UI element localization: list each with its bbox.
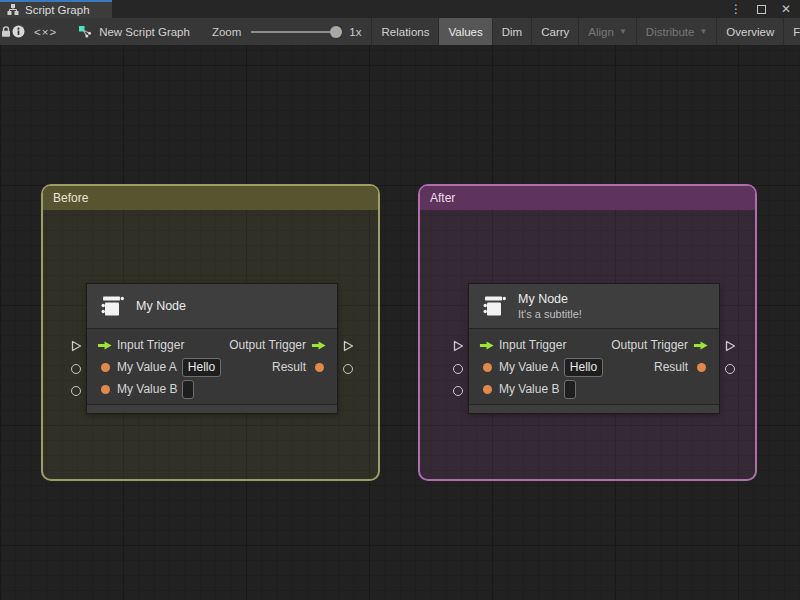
value-a-input[interactable]: Hello bbox=[182, 358, 221, 377]
group-title: Before bbox=[53, 191, 88, 205]
graph-breadcrumb[interactable]: New Script Graph bbox=[66, 18, 202, 45]
data-port-icon[interactable] bbox=[97, 385, 113, 394]
graph-name-label: New Script Graph bbox=[99, 26, 190, 38]
data-input-port-outer[interactable] bbox=[70, 363, 82, 375]
info-icon bbox=[12, 25, 25, 38]
trigger-arrow-icon[interactable] bbox=[97, 340, 113, 351]
trigger-arrow-icon[interactable] bbox=[479, 340, 495, 351]
exec-input-port-outer[interactable] bbox=[70, 340, 82, 352]
graph-canvas[interactable]: Before bbox=[0, 45, 800, 600]
node-icon bbox=[99, 293, 125, 319]
group-title: After bbox=[430, 191, 455, 205]
group-before-header[interactable]: Before bbox=[43, 186, 378, 210]
port-row: My Value B bbox=[469, 378, 719, 400]
data-port-icon[interactable] bbox=[693, 363, 709, 372]
port-label: My Value B bbox=[499, 382, 559, 396]
node-title: My Node bbox=[518, 292, 582, 306]
maximize-icon[interactable] bbox=[757, 5, 766, 14]
align-dropdown[interactable]: Align ▼ bbox=[579, 18, 636, 45]
port-row: My Value A Hello Result bbox=[87, 356, 337, 378]
graph-toolbar: <×> New Script Graph Zoom 1x Relations V… bbox=[0, 18, 800, 45]
port-row: My Value A Hello Result bbox=[469, 356, 719, 378]
port-label: Output Trigger bbox=[229, 338, 306, 352]
code-preview-button[interactable]: <×> bbox=[25, 18, 66, 45]
node-my-node-after[interactable]: My Node It's a subtitle! Input Trigger O… bbox=[469, 284, 719, 413]
data-input-port-outer[interactable] bbox=[452, 385, 464, 397]
chevron-down-icon: ▼ bbox=[619, 27, 627, 36]
values-button[interactable]: Values bbox=[439, 18, 491, 45]
port-label: My Value A bbox=[499, 360, 559, 374]
value-b-input[interactable] bbox=[564, 380, 576, 399]
node-footer bbox=[87, 404, 337, 413]
data-port-icon[interactable] bbox=[479, 385, 495, 394]
node-my-node-before[interactable]: My Node Input Trigger Output Trigger bbox=[87, 284, 337, 413]
overview-button[interactable]: Overview bbox=[717, 18, 783, 45]
title-bar: Script Graph ⋮ ✕ bbox=[0, 0, 800, 18]
toolbar-right-group: Relations Values Dim Carry Align ▼ Distr… bbox=[371, 18, 800, 45]
exec-input-port-outer[interactable] bbox=[452, 340, 464, 352]
trigger-arrow-icon[interactable] bbox=[693, 340, 709, 351]
fullscreen-button[interactable]: Full Scr bbox=[784, 18, 800, 45]
data-port-icon[interactable] bbox=[97, 363, 113, 372]
close-icon[interactable]: ✕ bbox=[781, 3, 791, 15]
data-port-icon[interactable] bbox=[311, 363, 327, 372]
value-a-input[interactable]: Hello bbox=[564, 358, 603, 377]
dim-button[interactable]: Dim bbox=[493, 18, 531, 45]
zoom-value: 1x bbox=[349, 26, 361, 38]
node-icon bbox=[481, 293, 507, 319]
trigger-arrow-icon[interactable] bbox=[311, 340, 327, 351]
menu-icon[interactable]: ⋮ bbox=[730, 3, 742, 15]
data-port-icon[interactable] bbox=[479, 363, 495, 372]
node-title: My Node bbox=[136, 299, 186, 313]
inspector-button[interactable] bbox=[12, 18, 25, 45]
node-ports: Input Trigger Output Trigger My Value A … bbox=[469, 329, 719, 404]
script-graph-hierarchy-icon bbox=[7, 4, 19, 16]
value-b-input[interactable] bbox=[182, 380, 194, 399]
data-input-port-outer[interactable] bbox=[452, 363, 464, 375]
zoom-control: Zoom 1x bbox=[202, 18, 372, 45]
port-label: Output Trigger bbox=[611, 338, 688, 352]
port-label: My Value A bbox=[117, 360, 177, 374]
data-output-port-outer[interactable] bbox=[342, 363, 354, 375]
exec-output-port-outer[interactable] bbox=[724, 340, 736, 352]
port-label: Input Trigger bbox=[499, 338, 566, 352]
exec-output-port-outer[interactable] bbox=[342, 340, 354, 352]
node-ports: Input Trigger Output Trigger My Value A … bbox=[87, 329, 337, 404]
distribute-label: Distribute bbox=[646, 26, 695, 38]
port-label: Result bbox=[654, 360, 688, 374]
tab-label: Script Graph bbox=[25, 4, 90, 16]
align-label: Align bbox=[588, 26, 614, 38]
graph-icon bbox=[78, 25, 92, 39]
lock-icon bbox=[0, 25, 12, 38]
port-label: Result bbox=[272, 360, 306, 374]
node-header[interactable]: My Node It's a subtitle! bbox=[469, 284, 719, 329]
group-after[interactable]: After bbox=[418, 184, 757, 481]
relations-button[interactable]: Relations bbox=[372, 18, 438, 45]
port-label: My Value B bbox=[117, 382, 177, 396]
node-subtitle: It's a subtitle! bbox=[518, 308, 582, 320]
zoom-label: Zoom bbox=[212, 26, 241, 38]
tab-script-graph[interactable]: Script Graph bbox=[0, 0, 112, 18]
code-icon: <×> bbox=[34, 26, 57, 38]
lock-button[interactable] bbox=[0, 18, 12, 45]
node-header[interactable]: My Node bbox=[87, 284, 337, 329]
carry-button[interactable]: Carry bbox=[532, 18, 578, 45]
data-input-port-outer[interactable] bbox=[70, 385, 82, 397]
node-footer bbox=[469, 404, 719, 413]
zoom-slider[interactable] bbox=[251, 31, 339, 33]
zoom-slider-handle[interactable] bbox=[330, 26, 342, 38]
group-after-header[interactable]: After bbox=[420, 186, 755, 210]
port-label: Input Trigger bbox=[117, 338, 184, 352]
chevron-down-icon: ▼ bbox=[699, 27, 707, 36]
port-row: Input Trigger Output Trigger bbox=[469, 334, 719, 356]
data-output-port-outer[interactable] bbox=[724, 363, 736, 375]
port-row: My Value B bbox=[87, 378, 337, 400]
group-before[interactable]: Before bbox=[41, 184, 380, 481]
window-controls: ⋮ ✕ bbox=[730, 0, 800, 18]
port-row: Input Trigger Output Trigger bbox=[87, 334, 337, 356]
distribute-dropdown[interactable]: Distribute ▼ bbox=[637, 18, 717, 45]
